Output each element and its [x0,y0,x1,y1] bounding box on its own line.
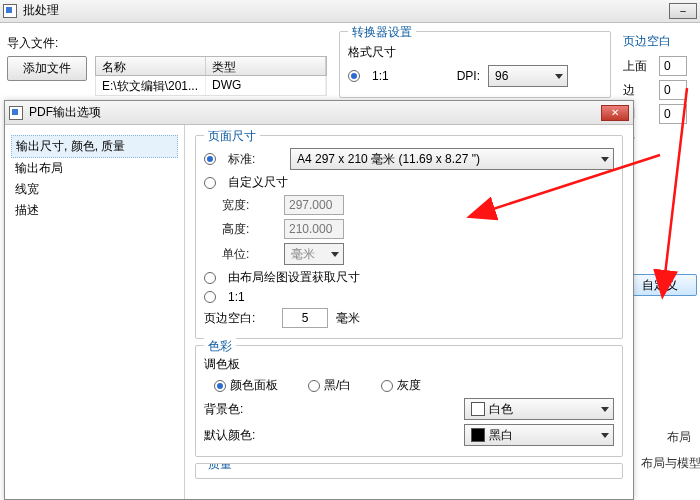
margin-b1-input[interactable] [659,104,687,124]
add-file-button[interactable]: 添加文件 [7,56,87,81]
batch-titlebar: 批处理 – [0,0,700,23]
tree-output-size-color-quality[interactable]: 输出尺寸, 颜色, 质量 [11,135,178,158]
bg-color-label: 背景色: [204,401,274,418]
margin-top-input[interactable] [659,56,687,76]
palette-bw-radio[interactable] [308,380,320,392]
height-input[interactable] [284,219,344,239]
file-table-header: 名称 类型 [95,56,327,76]
ratio-1-1-label-pdf: 1:1 [228,290,245,304]
standard-radio[interactable] [204,153,216,165]
margin-unit-label: 毫米 [336,310,360,327]
width-input[interactable] [284,195,344,215]
height-label: 高度: [222,221,276,238]
layout-model-label: 布局与模型 [641,455,700,472]
customize-button[interactable]: 自定义 [623,274,697,296]
page-size-legend: 页面尺寸 [204,128,260,145]
chevron-down-icon [331,252,339,257]
palette-color-radio[interactable] [214,380,226,392]
chevron-down-icon [601,407,609,412]
tree-line-width[interactable]: 线宽 [11,179,178,200]
pdf-titlebar: PDF输出选项 ✕ [5,101,633,125]
options-tree: 输出尺寸, 颜色, 质量 输出布局 线宽 描述 [5,125,185,499]
minimize-button[interactable]: – [669,3,697,19]
chevron-down-icon [555,74,563,79]
ratio-1-1-label: 1:1 [372,69,389,83]
custom-size-label: 自定义尺寸 [228,174,288,191]
app-icon [9,106,23,120]
width-label: 宽度: [222,197,276,214]
pdf-options-window: PDF输出选项 ✕ 输出尺寸, 颜色, 质量 输出布局 线宽 描述 页面尺寸 标… [4,100,634,500]
ratio-1-1-radio[interactable] [348,70,360,82]
bg-color-combo[interactable]: 白色 [464,398,614,420]
dpi-label: DPI: [457,69,480,83]
from-layout-label: 由布局绘图设置获取尺寸 [228,269,360,286]
margin-edge-input[interactable] [659,80,687,100]
palette-gray-radio[interactable] [381,380,393,392]
black-swatch-icon [471,428,485,442]
app-icon [3,4,17,18]
from-layout-radio[interactable] [204,272,216,284]
margins-legend: 页边空白 [623,33,693,50]
dpi-combo[interactable]: 96 [488,65,568,87]
palette-gray-label: 灰度 [397,378,421,392]
color-group: 色彩 调色板 颜色面板 黑/白 灰度 背景色: 白色 默认颜色: 黑白 [195,345,623,457]
layout-label: 布局 [667,429,691,446]
margin-top-label: 上面 [623,58,651,75]
converter-settings-group: 转换器设置 格式尺寸 1:1 DPI: 96 [339,31,611,98]
palette-color-label: 颜色面板 [230,378,278,392]
standard-label: 标准: [228,151,282,168]
quality-group: 质量 [195,463,623,479]
unit-label: 单位: [222,246,276,263]
tree-output-layout[interactable]: 输出布局 [11,158,178,179]
default-color-label: 默认颜色: [204,427,274,444]
converter-legend: 转换器设置 [348,24,416,41]
batch-title: 批处理 [23,2,59,19]
pdf-title: PDF输出选项 [29,104,101,121]
cell-name: E:\软文编辑\201... [96,76,206,95]
margin-edge-label: 边 [623,82,651,99]
ratio-1-1-radio-pdf[interactable] [204,291,216,303]
margin-input[interactable] [282,308,328,328]
margin-label: 页边空白: [204,310,274,327]
col-type: 类型 [206,57,326,75]
format-size-label: 格式尺寸 [348,44,396,61]
tree-description[interactable]: 描述 [11,200,178,221]
default-color-combo[interactable]: 黑白 [464,424,614,446]
custom-size-radio[interactable] [204,177,216,189]
chevron-down-icon [601,433,609,438]
page-size-group: 页面尺寸 标准: A4 297 x 210 毫米 (11.69 x 8.27 "… [195,135,623,339]
cell-type: DWG [206,76,326,95]
quality-legend: 质量 [204,463,236,473]
unit-combo[interactable]: 毫米 [284,243,344,265]
col-name: 名称 [96,57,206,75]
color-legend: 色彩 [204,338,236,355]
palette-label: 调色板 [204,356,614,373]
standard-size-combo[interactable]: A4 297 x 210 毫米 (11.69 x 8.27 ") [290,148,614,170]
import-file-label: 导入文件: [7,35,58,52]
white-swatch-icon [471,402,485,416]
palette-bw-label: 黑/白 [324,378,351,392]
chevron-down-icon [601,157,609,162]
close-button[interactable]: ✕ [601,105,629,121]
table-row[interactable]: E:\软文编辑\201... DWG [95,76,327,96]
